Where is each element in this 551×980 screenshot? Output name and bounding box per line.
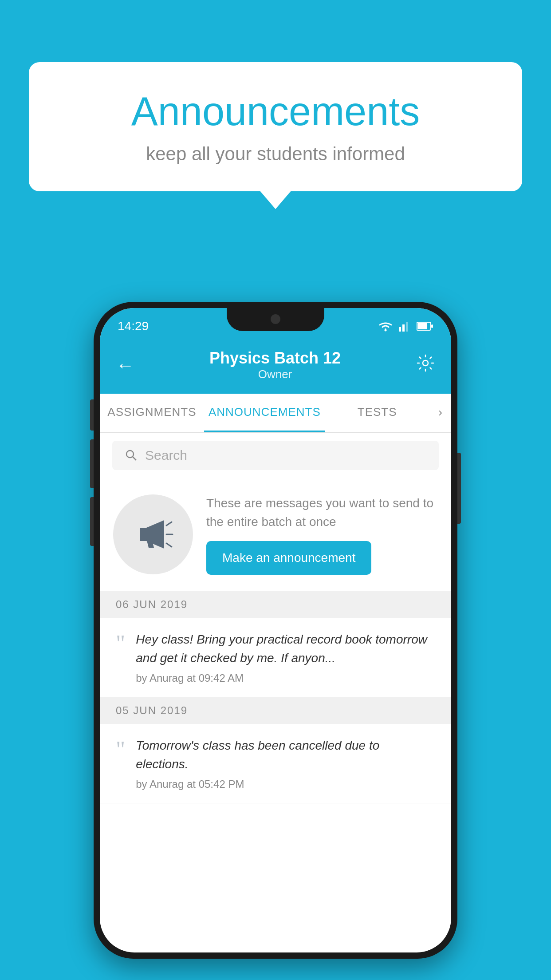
- camera-dot: [271, 314, 280, 324]
- svg-rect-2: [402, 324, 405, 332]
- svg-rect-6: [431, 324, 433, 328]
- date-separator-1: 06 JUN 2019: [100, 591, 451, 618]
- svg-rect-5: [417, 323, 427, 329]
- phone-mockup: 14:29: [94, 302, 457, 959]
- search-bar[interactable]: Search: [112, 441, 439, 470]
- svg-rect-3: [406, 322, 408, 332]
- announcement-content-2: Tomorrow's class has been cancelled due …: [136, 736, 435, 790]
- tab-assignments[interactable]: ASSIGNMENTS: [100, 394, 204, 432]
- settings-button[interactable]: [416, 353, 435, 377]
- speech-bubble-container: Announcements keep all your students inf…: [29, 62, 522, 191]
- megaphone-icon: [131, 512, 175, 557]
- announcement-item-2[interactable]: " Tomorrow's class has been cancelled du…: [100, 724, 451, 803]
- search-icon: [125, 449, 138, 462]
- speech-bubble: Announcements keep all your students inf…: [29, 62, 522, 191]
- svg-line-12: [166, 543, 172, 547]
- announcement-meta-2: by Anurag at 05:42 PM: [136, 778, 435, 790]
- battery-icon: [417, 321, 433, 331]
- tabs-bar: ASSIGNMENTS ANNOUNCEMENTS TESTS ›: [100, 394, 451, 433]
- search-container: Search: [100, 433, 451, 478]
- tab-tests[interactable]: TESTS: [325, 394, 429, 432]
- svg-line-10: [166, 522, 172, 526]
- header-title-group: Physics Batch 12 Owner: [209, 349, 341, 381]
- quote-icon-1: ": [116, 632, 125, 655]
- svg-point-7: [423, 360, 428, 366]
- tab-more-button[interactable]: ›: [429, 394, 451, 432]
- announcement-item-1[interactable]: " Hey class! Bring your practical record…: [100, 618, 451, 697]
- status-icons: [378, 320, 433, 332]
- svg-point-8: [126, 450, 134, 458]
- announcement-text-1: Hey class! Bring your practical record b…: [136, 630, 435, 668]
- app-header: ← Physics Batch 12 Owner: [100, 340, 451, 394]
- side-button-vol-up: [90, 399, 94, 431]
- search-placeholder: Search: [145, 448, 187, 463]
- gear-icon: [416, 353, 435, 373]
- promo-description: These are messages you want to send to t…: [206, 494, 438, 531]
- svg-point-0: [385, 329, 387, 332]
- promo-content: These are messages you want to send to t…: [206, 494, 438, 575]
- side-button-vol-down2: [90, 497, 94, 546]
- promo-section: These are messages you want to send to t…: [100, 478, 451, 591]
- promo-icon-circle: [113, 494, 193, 574]
- announcement-meta-1: by Anurag at 09:42 AM: [136, 672, 435, 684]
- back-button[interactable]: ←: [116, 355, 134, 376]
- announcement-content-1: Hey class! Bring your practical record b…: [136, 630, 435, 684]
- svg-rect-1: [399, 327, 401, 332]
- bubble-subtitle: keep all your students informed: [64, 143, 487, 165]
- phone-notch: [227, 308, 324, 331]
- side-button-vol-down: [90, 439, 94, 488]
- status-time: 14:29: [118, 319, 149, 333]
- phone-screen: 14:29: [100, 308, 451, 952]
- owner-label: Owner: [209, 368, 341, 381]
- svg-line-9: [133, 457, 136, 460]
- announcement-text-2: Tomorrow's class has been cancelled due …: [136, 736, 435, 774]
- batch-title: Physics Batch 12: [209, 349, 341, 368]
- wifi-icon: [378, 320, 394, 332]
- date-separator-2: 05 JUN 2019: [100, 697, 451, 724]
- quote-icon-2: ": [116, 738, 125, 761]
- tab-announcements[interactable]: ANNOUNCEMENTS: [204, 394, 325, 432]
- signal-icon: [399, 321, 411, 332]
- bubble-title: Announcements: [64, 89, 487, 134]
- side-button-power: [457, 453, 461, 524]
- make-announcement-button[interactable]: Make an announcement: [206, 541, 371, 575]
